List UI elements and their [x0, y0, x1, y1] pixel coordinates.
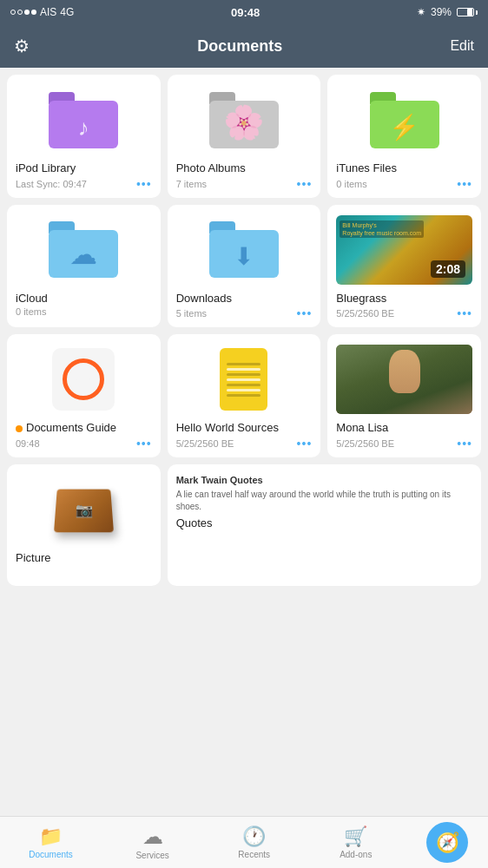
bluetooth-icon: ✷	[417, 6, 425, 18]
download-icon: ⬇	[234, 242, 254, 271]
add-ons-tab-label: Add-ons	[340, 850, 372, 859]
item-meta-text: 7 items	[176, 179, 207, 189]
documents-tab-icon: 📁	[39, 825, 63, 848]
list-item[interactable]: Mona Lisa 5/25/2560 BE •••	[327, 334, 481, 457]
battery-icon	[457, 8, 478, 16]
list-item[interactable]: ⚡ iTunes Files 0 items •••	[327, 75, 481, 198]
status-right: ✷ 39%	[417, 6, 478, 18]
item-meta: 0 items	[16, 306, 152, 317]
orange-dot-icon	[16, 425, 23, 432]
item-meta-text: 0 items	[336, 179, 366, 189]
item-title: Downloads	[176, 292, 232, 306]
page-title: Documents	[197, 37, 282, 56]
signal-dot-2	[17, 10, 23, 15]
more-options-icon[interactable]: •••	[457, 177, 472, 191]
item-title: Photo Albums	[176, 161, 246, 175]
item-meta-text: 5/25/2560 BE	[176, 438, 234, 449]
picture-thumb: 📷	[16, 475, 152, 544]
compass-button[interactable]: 🧭	[426, 822, 468, 863]
item-meta: 5/25/2560 BE •••	[176, 437, 313, 450]
item-title: Quotes	[176, 516, 213, 530]
signal-dot-4	[31, 10, 36, 15]
item-meta: 5/25/2560 BE •••	[336, 306, 472, 320]
compass-icon: 🧭	[436, 832, 459, 854]
network-label: 4G	[60, 6, 74, 18]
item-meta: 5/25/2560 BE •••	[336, 437, 472, 450]
tab-documents[interactable]: 📁 Documents	[0, 817, 102, 868]
signal-dots	[10, 10, 36, 15]
add-ons-tab-icon: 🛒	[344, 825, 367, 848]
status-time: 09:48	[231, 6, 260, 19]
tab-compass[interactable]: 🧭	[406, 817, 488, 868]
item-meta-text: 0 items	[16, 306, 46, 317]
item-title: Hello World Sources	[176, 421, 279, 435]
signal-dot-1	[10, 10, 16, 15]
list-item[interactable]: ⬇ Downloads 5 items •••	[168, 205, 321, 328]
tab-bar: 📁 Documents ☁ Services 🕐 Recents 🛒 Add-o…	[0, 816, 488, 868]
item-meta-text: 5/25/2560 BE	[336, 438, 394, 449]
list-item[interactable]: 📷 Picture	[7, 464, 161, 586]
icloud-thumb: ☁	[16, 215, 152, 285]
status-bar: AIS 4G 09:48 ✷ 39%	[0, 0, 488, 24]
item-title: iCloud	[16, 292, 48, 306]
quotes-title: Mark Twain Quotes	[176, 475, 472, 485]
quotes-preview: Mark Twain Quotes A lie can travel half …	[176, 475, 472, 513]
item-title: Picture	[16, 551, 50, 565]
services-tab-icon: ☁	[142, 825, 163, 849]
list-item[interactable]: Hello World Sources 5/25/2560 BE •••	[168, 334, 321, 457]
picture-book-icon: 📷	[54, 489, 114, 532]
more-options-icon[interactable]: •••	[297, 177, 313, 191]
documents-tab-label: Documents	[29, 850, 73, 859]
item-meta-text: Last Sync: 09:47	[16, 179, 87, 189]
more-options-icon[interactable]: •••	[457, 306, 472, 320]
more-options-icon[interactable]: •••	[457, 437, 472, 450]
bluegrass-thumb: Bill Murphy'sRoyalty free music room.com…	[336, 215, 472, 285]
music-note-icon: ♪	[78, 115, 89, 141]
documents-guide-thumb	[16, 345, 152, 414]
nav-bar: ⚙ Documents Edit	[0, 24, 488, 68]
recents-tab-label: Recents	[238, 850, 270, 859]
tab-add-ons[interactable]: 🛒 Add-ons	[305, 817, 406, 868]
more-options-icon[interactable]: •••	[297, 306, 313, 320]
battery-percent: 39%	[431, 6, 452, 18]
signal-dot-3	[24, 10, 30, 15]
list-item[interactable]: Bill Murphy'sRoyalty free music room.com…	[327, 205, 481, 328]
more-options-icon[interactable]: •••	[297, 437, 313, 450]
more-options-icon[interactable]: •••	[136, 437, 152, 450]
zip-icon	[220, 348, 267, 411]
carrier-label: AIS	[40, 6, 56, 18]
item-meta: 0 items •••	[336, 177, 472, 191]
itunes-files-thumb: ⚡	[336, 85, 472, 155]
list-item[interactable]: Documents Guide 09:48 •••	[7, 334, 161, 457]
item-title: Bluegrass	[336, 292, 386, 306]
tab-recents[interactable]: 🕐 Recents	[203, 817, 305, 868]
more-options-icon[interactable]: •••	[136, 177, 152, 191]
item-meta-text: 5 items	[176, 308, 207, 319]
items-grid: ♪ iPod Library Last Sync: 09:47 ••• 🌸	[7, 75, 481, 586]
cloud-icon: ☁	[69, 238, 97, 271]
settings-gear-icon[interactable]: ⚙	[14, 36, 30, 56]
edit-button[interactable]: Edit	[450, 38, 474, 54]
status-left: AIS 4G	[10, 6, 74, 18]
list-item[interactable]: ♪ iPod Library Last Sync: 09:47 •••	[7, 75, 161, 198]
item-meta-text: 09:48	[16, 438, 40, 449]
list-item[interactable]: Mark Twain Quotes A lie can travel half …	[168, 464, 481, 586]
quotes-text: A lie can travel half way around the wor…	[176, 489, 472, 513]
item-meta: 09:48 •••	[16, 437, 152, 450]
main-content: ♪ iPod Library Last Sync: 09:47 ••• 🌸	[0, 68, 488, 816]
photo-albums-thumb: 🌸	[176, 85, 313, 155]
item-meta: Last Sync: 09:47 •••	[16, 177, 152, 191]
list-item[interactable]: 🌸 Photo Albums 7 items •••	[168, 75, 321, 198]
lifesaver-icon	[63, 358, 104, 400]
services-tab-label: Services	[135, 851, 168, 860]
mona-lisa-thumb	[336, 345, 472, 414]
bluegrass-duration: 2:08	[431, 260, 465, 278]
item-title: iPod Library	[16, 161, 76, 175]
item-meta-text: 5/25/2560 BE	[336, 308, 394, 319]
recents-tab-icon: 🕐	[242, 825, 266, 848]
list-item[interactable]: ☁ iCloud 0 items	[7, 205, 161, 328]
ipod-library-thumb: ♪	[16, 85, 152, 155]
item-meta: 5 items •••	[176, 306, 313, 320]
tab-services[interactable]: ☁ Services	[102, 817, 203, 868]
item-meta: 7 items •••	[176, 177, 313, 191]
